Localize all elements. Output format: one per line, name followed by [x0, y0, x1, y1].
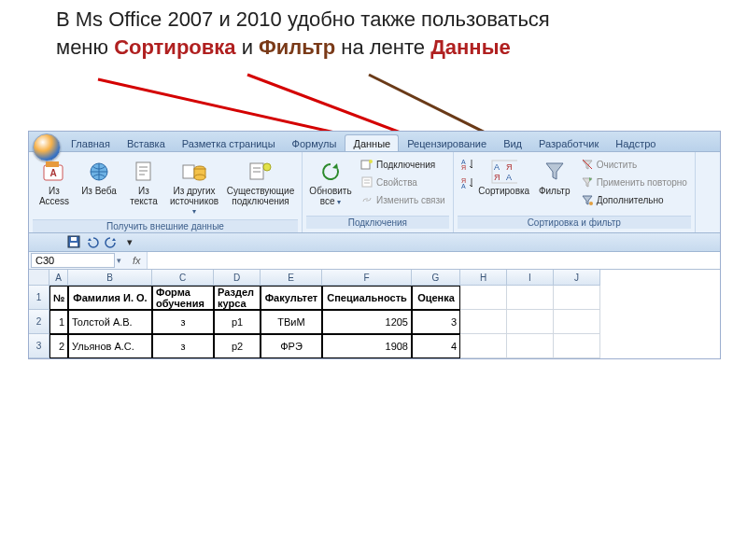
cell[interactable]: р1	[214, 310, 261, 334]
ribbon-tab-2[interactable]: Разметка страницы	[174, 134, 284, 151]
cell[interactable]: №	[49, 286, 68, 310]
cell[interactable]: ФРЭ	[261, 334, 322, 358]
row-header[interactable]: 1	[29, 286, 49, 310]
filter-label: Фильтр	[539, 187, 571, 197]
ribbon-tab-6[interactable]: Вид	[495, 134, 530, 151]
cell[interactable]: 1908	[322, 334, 412, 358]
cell[interactable]: Толстой А.В.	[68, 310, 152, 334]
ribbon-tab-4[interactable]: Данные	[345, 134, 399, 151]
col-header-I[interactable]: I	[507, 270, 554, 286]
cell[interactable]: ТВиМ	[261, 310, 322, 334]
ribbon-tab-3[interactable]: Формулы	[284, 134, 345, 151]
qat-dropdown-icon[interactable]: ▾	[122, 234, 137, 249]
advanced-icon	[581, 193, 594, 206]
col-header-J[interactable]: J	[554, 270, 600, 286]
cell[interactable]: 1205	[322, 310, 412, 334]
cell[interactable]: з	[152, 310, 214, 334]
filter-opts-col: Очистить Применить повторно Дополнительн…	[577, 156, 691, 208]
reapply-filter-button[interactable]: Применить повторно	[577, 174, 691, 190]
cell[interactable]: Раздел курса	[214, 286, 261, 310]
cell[interactable]: 4	[412, 334, 460, 358]
col-header-A[interactable]: A	[49, 270, 68, 286]
excel-window: ГлавнаяВставкаРазметка страницыФормулыДа…	[28, 131, 721, 359]
col-header-E[interactable]: E	[261, 270, 322, 286]
cell[interactable]	[554, 286, 600, 310]
svg-text:Я: Я	[494, 173, 500, 182]
save-icon[interactable]	[66, 234, 81, 249]
from-access-label: Из Access	[35, 187, 73, 206]
col-header-G[interactable]: G	[412, 270, 460, 286]
col-header-D[interactable]: D	[214, 270, 261, 286]
cell[interactable]	[554, 334, 600, 358]
connections-button[interactable]: Подключения	[357, 156, 449, 173]
ribbon-tab-0[interactable]: Главная	[63, 134, 119, 151]
col-header-F[interactable]: F	[322, 270, 412, 286]
cell[interactable]: р2	[214, 334, 261, 358]
caption-and: и	[236, 35, 260, 59]
cell[interactable]: Факультет	[261, 286, 322, 310]
cell[interactable]	[460, 334, 507, 358]
row-header[interactable]: 2	[29, 310, 49, 334]
select-all-corner[interactable]	[29, 270, 49, 286]
sort-az-button[interactable]: АЯ	[458, 156, 474, 173]
sort-icon: АЯЯА	[491, 159, 517, 185]
namebox-dropdown-icon[interactable]: ▾	[117, 256, 127, 265]
svg-rect-21	[362, 177, 372, 187]
cell[interactable]: Оценка	[412, 286, 460, 310]
from-other-label: Из других источников ▾	[170, 187, 218, 217]
svg-text:А: А	[494, 162, 500, 172]
col-header-C[interactable]: C	[152, 270, 214, 286]
formula-bar: ▾ fx	[29, 252, 720, 270]
cell[interactable]	[507, 310, 554, 334]
existing-conn-button[interactable]: Существующие подключения	[223, 156, 298, 207]
cell[interactable]	[507, 334, 554, 358]
refresh-all-label: Обновить все ▾	[309, 187, 352, 206]
properties-button[interactable]: Свойства	[357, 174, 449, 190]
formula-input[interactable]	[147, 252, 720, 269]
ribbon-tab-5[interactable]: Рецензирование	[399, 134, 495, 151]
cell[interactable]	[507, 286, 554, 310]
edit-links-button[interactable]: Изменить связи	[357, 191, 449, 208]
fx-icon[interactable]: fx	[127, 255, 147, 266]
group-conn-label: Подключения	[306, 216, 449, 229]
clear-icon	[581, 158, 594, 171]
cell[interactable]: Форма обучения	[152, 286, 214, 310]
from-other-button[interactable]: Из других источников ▾	[167, 156, 221, 217]
undo-icon[interactable]	[85, 234, 100, 249]
name-box[interactable]	[31, 253, 115, 268]
from-web-button[interactable]: Из Веба	[78, 156, 120, 198]
advanced-filter-button[interactable]: Дополнительно	[577, 191, 691, 208]
clear-filter-button[interactable]: Очистить	[577, 156, 691, 173]
connections-icon	[360, 158, 374, 171]
caption-sort-word: Сортировка	[114, 35, 235, 59]
cell[interactable]	[460, 286, 507, 310]
ribbon-tab-1[interactable]: Вставка	[119, 134, 174, 151]
col-header-H[interactable]: H	[460, 270, 507, 286]
web-icon	[86, 159, 112, 185]
cell[interactable]	[460, 310, 507, 334]
from-text-label: Из текста	[125, 187, 162, 206]
redo-icon[interactable]	[104, 234, 119, 249]
sort-za-button[interactable]: ЯА	[458, 175, 474, 191]
filter-button[interactable]: Фильтр	[534, 156, 575, 198]
ribbon-tab-8[interactable]: Надстро	[607, 134, 664, 151]
cell[interactable]: 1	[49, 310, 68, 334]
ribbon-tab-7[interactable]: Разработчик	[530, 134, 607, 151]
cell[interactable]: Фамилия И. О.	[68, 286, 152, 310]
col-header-B[interactable]: B	[68, 270, 152, 286]
reapply-icon	[581, 175, 594, 189]
sort-button[interactable]: АЯЯА Сортировка	[476, 156, 532, 198]
sort-za-icon: ЯА	[459, 176, 472, 189]
svg-point-14	[194, 175, 205, 180]
refresh-all-button[interactable]: Обновить все ▾	[306, 156, 355, 207]
cell[interactable]: 2	[49, 334, 68, 358]
from-text-button[interactable]: Из текста	[122, 156, 165, 207]
cell[interactable]: Ульянов А.С.	[68, 334, 152, 358]
svg-rect-37	[71, 237, 77, 241]
from-access-button[interactable]: A Из Access	[33, 156, 76, 207]
cell[interactable]	[554, 310, 600, 334]
cell[interactable]: з	[152, 334, 214, 358]
cell[interactable]: 3	[412, 310, 460, 334]
cell[interactable]: Специальность	[322, 286, 412, 310]
row-header[interactable]: 3	[29, 334, 49, 358]
